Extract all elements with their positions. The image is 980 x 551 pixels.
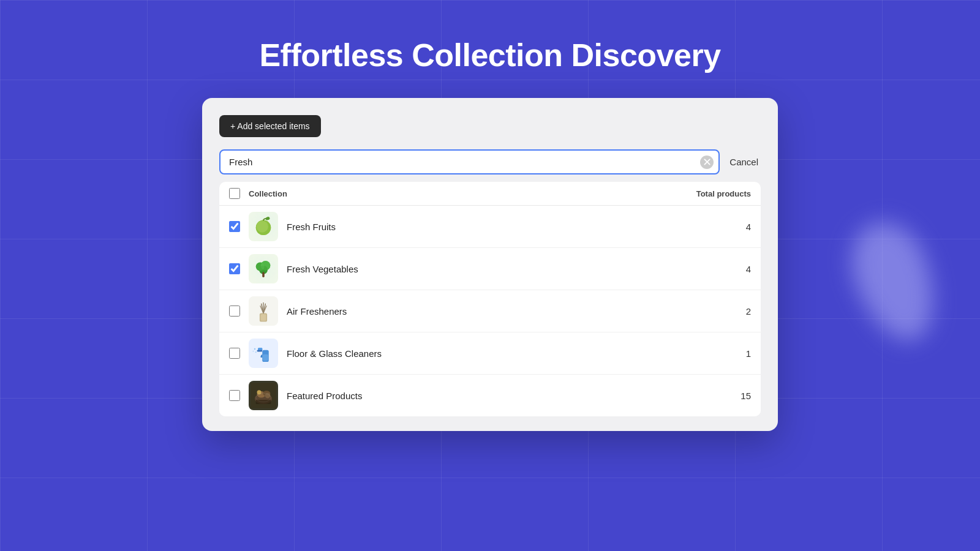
collection-column-header: Collection [249, 189, 688, 198]
select-all-checkbox[interactable] [229, 188, 240, 199]
collection-name-floor-glass-cleaners: Floor & Glass Cleaners [287, 348, 693, 359]
collection-thumbnail-fresh-vegetables [249, 254, 278, 283]
collection-thumbnail-featured-products [249, 381, 278, 410]
row-checkbox-fresh-fruits[interactable] [229, 221, 240, 232]
collection-name-fresh-vegetables: Fresh Vegetables [287, 264, 693, 274]
collection-name-air-fresheners: Air Fresheners [287, 306, 693, 317]
collection-thumbnail-air-fresheners [249, 296, 278, 326]
page-title: Effortless Collection Discovery [259, 37, 720, 73]
collection-thumbnail-floor-glass-cleaners [249, 339, 278, 368]
svg-rect-21 [263, 354, 268, 361]
search-row: ✕ Cancel [219, 149, 761, 174]
add-selected-items-button[interactable]: + Add selected items [219, 115, 321, 137]
svg-rect-7 [262, 272, 265, 277]
svg-rect-20 [257, 350, 263, 352]
table-row: Floor & Glass Cleaners 1 [219, 332, 761, 375]
svg-point-24 [255, 351, 257, 353]
modal-header: + Add selected items [219, 115, 761, 137]
cancel-button[interactable]: Cancel [727, 153, 761, 171]
svg-point-2 [257, 220, 268, 232]
collection-thumbnail-fresh-fruits [249, 212, 278, 241]
svg-point-23 [253, 351, 254, 352]
row-checkbox-floor-glass-cleaners[interactable] [229, 348, 240, 359]
search-input[interactable] [219, 149, 720, 174]
search-wrapper: ✕ [219, 149, 720, 174]
row-checkbox-air-fresheners[interactable] [229, 305, 240, 317]
svg-point-3 [265, 216, 270, 220]
page-content: Effortless Collection Discovery + Add se… [0, 0, 980, 431]
table-row: Air Fresheners 2 [219, 290, 761, 332]
table-row: Fresh Fruits 4 [219, 206, 761, 248]
svg-point-9 [261, 261, 271, 271]
collection-name-featured-products: Featured Products [287, 391, 693, 401]
clear-icon: ✕ [703, 157, 712, 168]
table-row: Featured Products 15 [219, 375, 761, 416]
row-checkbox-featured-products[interactable] [229, 390, 240, 401]
svg-rect-11 [261, 314, 266, 321]
collection-name-fresh-fruits: Fresh Fruits [287, 222, 693, 232]
modal-card: + Add selected items ✕ Cancel Collection… [202, 98, 778, 431]
row-checkbox-fresh-vegetables[interactable] [229, 263, 240, 274]
collection-total-fresh-vegetables: 4 [702, 264, 751, 274]
collection-total-floor-glass-cleaners: 1 [702, 348, 751, 359]
list-table-header: Collection Total products [219, 182, 761, 206]
svg-point-22 [254, 348, 256, 350]
svg-rect-19 [258, 348, 262, 350]
collection-total-fresh-fruits: 4 [702, 222, 751, 232]
table-row: Fresh Vegetables 4 [219, 248, 761, 290]
search-clear-button[interactable]: ✕ [700, 156, 714, 169]
collection-total-air-fresheners: 2 [702, 306, 751, 317]
collection-total-featured-products: 15 [702, 391, 751, 401]
collection-list: Collection Total products Fresh Fru [219, 182, 761, 416]
total-products-column-header: Total products [696, 189, 751, 198]
